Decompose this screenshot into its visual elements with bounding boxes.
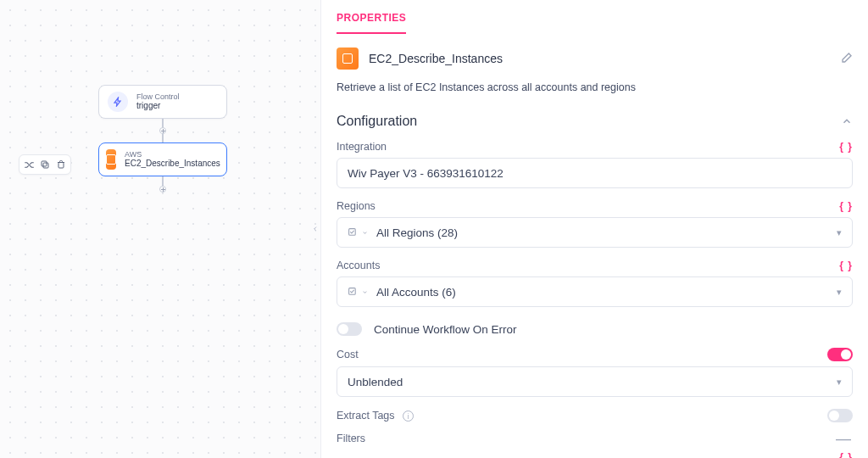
add-step-icon[interactable]	[159, 127, 166, 134]
info-icon[interactable]: i	[403, 411, 414, 422]
cost-toggle[interactable]	[827, 348, 853, 361]
field-label: Filters	[337, 433, 365, 444]
input-value: Wiv Payer V3 - 663931610122	[348, 167, 504, 180]
node-title: trigger	[136, 101, 180, 111]
select-value: All Regions (28)	[376, 226, 458, 239]
canvas-toolbar	[19, 154, 71, 175]
svg-rect-4	[349, 288, 356, 294]
multiselect-icon	[348, 287, 368, 298]
field-label: Cost	[337, 349, 359, 360]
node-ec2-describe[interactable]: AWS EC2_Describe_Instances	[98, 142, 227, 176]
multiselect-icon	[348, 227, 368, 238]
node-category: Flow Control	[136, 92, 180, 102]
canvas-grid	[0, 0, 320, 458]
accounts-select[interactable]: All Accounts (6) ▾	[337, 276, 853, 307]
field-label: Extract Tags i	[337, 410, 414, 422]
expression-icon[interactable]: { }	[839, 200, 853, 212]
regions-select[interactable]: All Regions (28) ▾	[337, 217, 853, 248]
chevron-up-icon[interactable]	[841, 115, 853, 127]
chevron-down-icon: ▾	[837, 227, 842, 238]
remove-filter-icon[interactable]: —	[834, 431, 853, 446]
panel-body[interactable]: EC2_Describe_Instances Retrieve a list o…	[321, 34, 868, 458]
toggle-label: Continue Workflow On Error	[374, 323, 517, 336]
field-label: Integration	[337, 141, 387, 153]
field-label: Accounts	[337, 260, 380, 271]
cost-select[interactable]: Unblended ▾	[337, 366, 853, 397]
field-cost: Cost Unblended ▾	[337, 348, 853, 397]
field-extract-tags: Extract Tags i	[337, 409, 853, 422]
section-title: Configuration	[337, 114, 417, 129]
node-trigger[interactable]: Flow Control trigger	[98, 85, 227, 119]
svg-rect-3	[349, 228, 356, 235]
svg-rect-0	[43, 163, 48, 168]
chevron-down-icon: ▾	[837, 287, 842, 298]
svg-rect-1	[42, 161, 47, 166]
field-accounts: Accounts { } All Accounts (6) ▾	[337, 260, 853, 307]
label-text: Extract Tags	[337, 410, 395, 422]
node-labels: Flow Control trigger	[136, 92, 180, 112]
properties-panel: PROPERTIES EC2_Describe_Instances Retrie…	[320, 0, 868, 458]
copy-icon[interactable]	[39, 159, 51, 170]
expression-icon[interactable]: { }	[839, 260, 853, 271]
aws-ec2-icon	[337, 47, 359, 70]
node-category: AWS	[125, 150, 220, 159]
expression-icon[interactable]: { }	[839, 451, 853, 458]
extract-tags-toggle[interactable]	[827, 409, 853, 422]
field-regions: Regions { } All Regions (28) ▾	[337, 200, 853, 248]
select-value: Unblended	[348, 376, 403, 388]
workflow-canvas[interactable]: Flow Control trigger AWS EC2_Describe_In…	[0, 0, 320, 458]
chevron-down-icon: ▾	[837, 377, 842, 388]
field-continue-on-error: Continue Workflow On Error	[337, 322, 853, 336]
step-description: Retrieve a list of EC2 Instances across …	[337, 81, 853, 93]
configuration-section-header[interactable]: Configuration	[337, 114, 853, 129]
tab-properties[interactable]: PROPERTIES	[337, 12, 406, 34]
add-step-icon[interactable]	[159, 186, 166, 193]
node-title: EC2_Describe_Instances	[125, 159, 220, 169]
delete-icon[interactable]	[55, 159, 67, 170]
lightning-icon	[108, 92, 128, 112]
node-labels: AWS EC2_Describe_Instances	[125, 150, 220, 170]
expression-icon[interactable]: { }	[839, 141, 853, 153]
edit-title-icon[interactable]	[839, 52, 853, 65]
panel-tabs: PROPERTIES	[321, 0, 868, 34]
integration-input[interactable]: Wiv Payer V3 - 663931610122	[337, 158, 853, 188]
continue-on-error-toggle[interactable]	[337, 322, 362, 336]
step-title: EC2_Describe_Instances	[369, 52, 829, 65]
select-value: All Accounts (6)	[376, 286, 456, 299]
field-filters: Filters — { } Age Older than # of Days ▾…	[337, 431, 853, 458]
aws-ec2-icon	[106, 149, 116, 170]
collapse-panel-icon[interactable]	[309, 216, 320, 242]
svg-rect-2	[58, 163, 64, 169]
shuffle-icon[interactable]	[23, 159, 35, 170]
field-label: Regions	[337, 200, 376, 212]
step-header: EC2_Describe_Instances	[337, 47, 853, 70]
field-integration: Integration { } Wiv Payer V3 - 663931610…	[337, 141, 853, 188]
